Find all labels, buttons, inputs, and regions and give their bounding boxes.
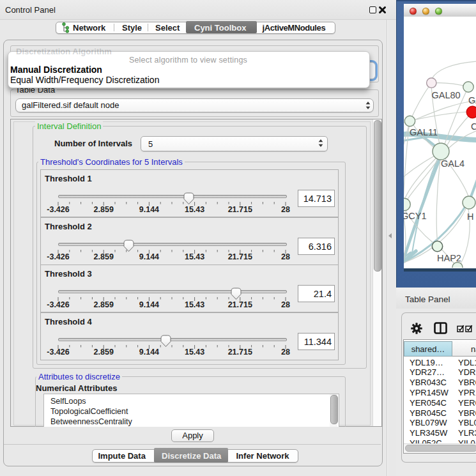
svg-text:GAL80: GAL80 (432, 90, 461, 100)
svg-text:GAL11: GAL11 (410, 127, 438, 137)
svg-text:GCY1: GCY1 (404, 211, 427, 221)
svg-text:GAL4: GAL4 (441, 158, 464, 169)
svg-text:GA: GA (468, 95, 476, 105)
svg-text:C: C (471, 121, 476, 132)
svg-text:HAP2: HAP2 (437, 253, 461, 263)
svg-text:H: H (467, 211, 473, 222)
